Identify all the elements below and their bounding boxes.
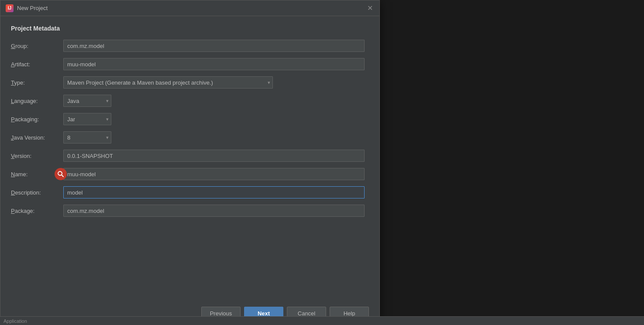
artifact-row: Artifact: (11, 58, 369, 70)
type-label: Type: (11, 79, 63, 86)
dialog-title-left: IJ New Project (6, 4, 48, 12)
version-label: Version: (11, 153, 63, 159)
java-version-row: Java Version: 8 11 17 21 (11, 131, 369, 144)
java-version-label: Java Version: (11, 134, 63, 141)
search-icon (57, 171, 64, 178)
packaging-label: Packaging: (11, 116, 63, 123)
close-button[interactable]: ✕ (365, 4, 374, 13)
language-select[interactable]: Java Kotlin Groovy (63, 95, 111, 107)
ide-status-text: Application (3, 318, 27, 324)
language-select-wrapper: Java Kotlin Groovy (63, 95, 111, 107)
package-row: Package: (11, 205, 369, 217)
ide-bottom-bar: Application (0, 316, 644, 325)
description-label: Description: (11, 189, 63, 196)
name-input[interactable] (63, 168, 365, 180)
app-icon: IJ (6, 4, 14, 12)
type-row: Type: Maven Project (Generate a Maven ba… (11, 76, 369, 89)
packaging-select[interactable]: Jar War (63, 113, 111, 125)
group-label: Group: (11, 43, 63, 49)
version-input[interactable] (63, 150, 365, 162)
java-version-select[interactable]: 8 11 17 21 (63, 131, 111, 144)
package-label: Package: (11, 208, 63, 214)
group-input[interactable] (63, 40, 365, 52)
packaging-select-wrapper: Jar War (63, 113, 111, 125)
dialog-content: Project Metadata Group: Artifact: Type: … (0, 16, 379, 232)
dialog-titlebar: IJ New Project ✕ (0, 0, 379, 16)
version-row: Version: (11, 150, 369, 162)
java-version-select-wrapper: 8 11 17 21 (63, 131, 111, 144)
language-label: Language: (11, 98, 63, 104)
type-select[interactable]: Maven Project (Generate a Maven based pr… (63, 76, 273, 89)
group-row: Group: (11, 40, 369, 52)
packaging-row: Packaging: Jar War (11, 113, 369, 125)
artifact-input[interactable] (63, 58, 365, 70)
artifact-label: Artifact: (11, 61, 63, 68)
type-select-wrapper: Maven Project (Generate a Maven based pr… (63, 76, 273, 89)
search-icon-badge[interactable] (55, 168, 67, 180)
dialog-title: New Project (17, 5, 48, 11)
section-title: Project Metadata (11, 25, 369, 32)
package-input[interactable] (63, 205, 365, 217)
svg-line-1 (62, 175, 63, 177)
description-row: Description: (11, 186, 369, 198)
language-row: Language: Java Kotlin Groovy (11, 95, 369, 107)
name-row: Name: (11, 168, 369, 180)
description-input[interactable] (63, 186, 365, 198)
new-project-dialog: IJ New Project ✕ Project Metadata Group:… (0, 0, 380, 325)
